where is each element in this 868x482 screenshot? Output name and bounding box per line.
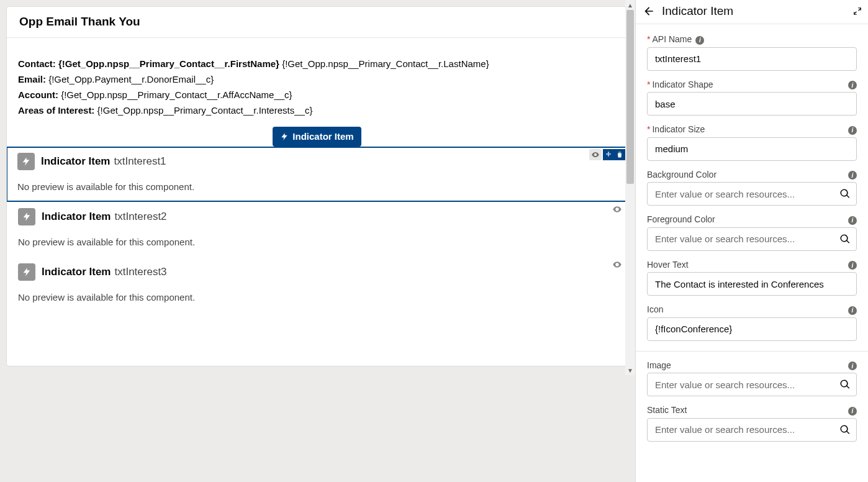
indicator-size-input[interactable] — [647, 137, 857, 161]
static-text-input[interactable] — [647, 418, 857, 442]
background-color-input[interactable] — [647, 182, 857, 206]
image-input[interactable] — [647, 373, 857, 396]
indicator-item-1[interactable]: Indicator Item txtInterest1 No preview i… — [6, 147, 628, 202]
scroll-down-icon[interactable]: ▼ — [625, 365, 635, 375]
info-icon[interactable]: i — [848, 260, 857, 270]
indicator-item-2[interactable]: Indicator Item txtInterest2 No preview i… — [7, 202, 627, 257]
indicator-message: No preview is available for this compone… — [18, 292, 616, 302]
visibility-icon[interactable] — [589, 149, 602, 160]
body-row-contact: Contact: {!Get_Opp.npsp__Primary_Contact… — [18, 57, 616, 71]
field-indicator-shape: * Indicator Shape i — [647, 80, 857, 116]
info-icon[interactable]: i — [695, 34, 704, 45]
hover-text-input[interactable] — [647, 272, 857, 296]
indicator-subtitle: txtInterest1 — [114, 155, 166, 168]
scroll-up-icon[interactable]: ▲ — [625, 0, 635, 10]
field-hover-text: Hover Text i — [647, 260, 857, 296]
body-row-email: Email: {!Get_Opp.Payment__r.DonorEmail__… — [18, 72, 616, 87]
search-icon[interactable] — [839, 234, 851, 245]
panel-body: * API Name i * Indicator Shape i * Indic… — [636, 24, 868, 450]
delete-icon[interactable] — [614, 149, 625, 160]
info-icon[interactable]: i — [848, 124, 857, 135]
panel-title: Indicator Item — [662, 4, 853, 18]
field-foreground-color: Foreground Color i — [647, 214, 857, 251]
canvas-area: Opp Email Thank You Contact: {!Get_Opp.n… — [0, 0, 635, 482]
visibility-icon[interactable] — [611, 260, 623, 270]
insert-badge-row: Indicator Item — [18, 127, 616, 147]
visibility-icon[interactable] — [611, 204, 623, 214]
indicator-title: Indicator Item — [41, 155, 110, 168]
info-icon[interactable]: i — [848, 80, 857, 90]
field-indicator-size: * Indicator Size i — [647, 124, 857, 161]
required-mark: * — [647, 80, 650, 89]
search-icon[interactable] — [839, 424, 851, 435]
indicator-item-3[interactable]: Indicator Item txtInterest3 No preview i… — [7, 257, 627, 312]
card-title: Opp Email Thank You — [19, 15, 140, 28]
lightning-icon — [18, 263, 35, 281]
field-api-name: * API Name i — [647, 34, 857, 71]
field-static-text: Static Text i — [647, 405, 857, 442]
indicator-message: No preview is available for this compone… — [17, 181, 617, 192]
card-body: Contact: {!Get_Opp.npsp__Primary_Contact… — [7, 38, 627, 147]
canvas-card: Opp Email Thank You Contact: {!Get_Opp.n… — [6, 6, 628, 366]
required-mark: * — [647, 34, 650, 44]
back-button[interactable] — [642, 4, 656, 18]
field-icon: Icon i — [647, 304, 857, 341]
panel-header: Indicator Item — [636, 0, 868, 24]
search-icon[interactable] — [839, 188, 851, 199]
field-image: Image i — [647, 360, 857, 397]
search-icon[interactable] — [839, 379, 851, 390]
body-row-interests: Areas of Interest: {!Get_Opp.npsp__Prima… — [18, 103, 616, 118]
api-name-input[interactable] — [647, 47, 857, 71]
indicator-subtitle: txtInterest2 — [114, 211, 166, 223]
indicator-title: Indicator Item — [42, 211, 111, 223]
indicator-subtitle: txtInterest3 — [114, 266, 166, 278]
foreground-color-input[interactable] — [647, 227, 857, 251]
card-header: Opp Email Thank You — [7, 7, 627, 38]
properties-panel: Indicator Item * API Name i * Indicator … — [635, 0, 868, 482]
body-row-account: Account: {!Get_Opp.npsp__Primary_Contact… — [18, 88, 616, 102]
info-icon[interactable]: i — [848, 360, 857, 371]
icon-input[interactable] — [647, 317, 857, 341]
indicator-tools — [589, 149, 625, 160]
move-icon[interactable] — [603, 149, 614, 160]
field-background-color: Background Color i — [647, 170, 857, 206]
expand-icon[interactable] — [853, 7, 862, 16]
indicator-shape-input[interactable] — [647, 92, 857, 116]
indicator-message: No preview is available for this compone… — [18, 237, 616, 247]
scrollbar[interactable]: ▲ ▼ — [625, 0, 635, 375]
required-mark: * — [647, 124, 650, 134]
info-icon[interactable]: i — [848, 405, 857, 416]
info-icon[interactable]: i — [848, 304, 857, 315]
insert-badge[interactable]: Indicator Item — [273, 127, 361, 147]
indicator-title: Indicator Item — [42, 266, 111, 278]
lightning-icon — [18, 208, 35, 225]
lightning-icon — [280, 132, 289, 141]
scroll-thumb[interactable] — [626, 10, 634, 184]
lightning-icon — [17, 153, 35, 170]
info-icon[interactable]: i — [848, 214, 857, 225]
info-icon[interactable]: i — [848, 170, 857, 180]
